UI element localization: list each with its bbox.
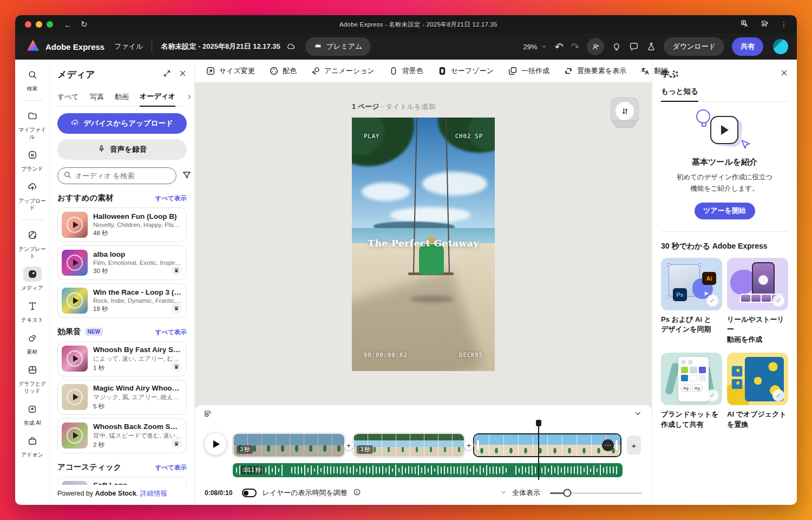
- tutorial-card-ps-ai-sync[interactable]: Ps Ai ➤ ✓ Ps および Ai とデザインを同期: [661, 258, 722, 346]
- comments-icon[interactable]: [629, 42, 639, 51]
- file-menu[interactable]: ファイル: [114, 42, 143, 51]
- trim-handle-right[interactable]: [615, 440, 618, 451]
- audio-item[interactable]: alba loop Film, Emotional, Exotic, Inspi…: [57, 245, 187, 280]
- bulk-create-tool[interactable]: 一括作成: [508, 66, 549, 76]
- tab-learn-more[interactable]: もっと知る: [661, 87, 698, 102]
- close-window-button[interactable]: [25, 21, 31, 28]
- replace-icon: [564, 66, 573, 76]
- timeline-zoom-slider[interactable]: [550, 492, 642, 494]
- background-icon: [389, 66, 398, 76]
- tutorial-card-brand-kit[interactable]: AgAg ✓ ブランドキットを作成して共有: [661, 353, 722, 430]
- sidebar-item-grids[interactable]: グラフとグリッド: [16, 362, 49, 394]
- tutorial-card-ai-replace[interactable]: ✓ AI でオブジェクトを置換: [727, 353, 788, 430]
- sidebar-item-generative-ai[interactable]: 生成 AI: [16, 401, 49, 426]
- audio-item[interactable]: Whoosh Back Zoom Sw… 背中, 猛スピードで進む, 速い, ……: [57, 418, 187, 453]
- trim-handle-left[interactable]: [477, 440, 479, 451]
- document-title[interactable]: 名称未設定 - 2025年8月21日 12.17.35: [161, 42, 280, 51]
- safe-zone-tool[interactable]: セーフゾーン: [437, 66, 494, 76]
- app-brand: Adobe Express: [45, 42, 104, 51]
- minimize-window-button[interactable]: [36, 21, 42, 28]
- audio-item[interactable]: Whoosh By Fast Airy S… によって, 速い, エアリー, む…: [57, 341, 187, 376]
- see-all-link[interactable]: すべて表示: [155, 194, 187, 203]
- video-clip-1[interactable]: 3 秒: [233, 433, 345, 457]
- audio-item[interactable]: Win the Race - Loop 3 (… Rock, Indie, Dy…: [57, 283, 187, 318]
- sidebar-item-text[interactable]: テキスト: [16, 298, 49, 323]
- fit-chevron-icon[interactable]: [500, 488, 507, 498]
- collapse-timeline-icon[interactable]: [634, 410, 642, 420]
- zoom-control[interactable]: 29%: [523, 43, 547, 51]
- timeline-play-button[interactable]: [205, 433, 226, 455]
- translate-page-icon[interactable]: [741, 20, 749, 29]
- invite-people-button[interactable]: [587, 38, 604, 55]
- add-clip-between-button[interactable]: +: [464, 440, 474, 450]
- play-icon: [62, 212, 88, 238]
- audio-waveform[interactable]: 10.1 秒: [233, 463, 623, 477]
- audio-item[interactable]: Halloween Fun (Loop B) Novelty, Children…: [57, 207, 187, 242]
- resize-tool[interactable]: サイズ変更: [206, 66, 255, 76]
- browser-back-icon[interactable]: ←: [64, 20, 72, 29]
- upload-from-device-button[interactable]: デバイスからアップロード: [57, 113, 187, 134]
- record-audio-button[interactable]: 音声を録音: [57, 139, 187, 160]
- clip-more-options-icon[interactable]: ⋯: [602, 439, 614, 451]
- account-avatar[interactable]: [773, 39, 788, 54]
- bulk-create-icon: [508, 66, 518, 76]
- close-learn-panel-icon[interactable]: [780, 69, 788, 79]
- sidebar-item-myfiles[interactable]: マイファイル: [16, 108, 49, 140]
- see-all-link[interactable]: すべて表示: [155, 464, 187, 472]
- tab-audio[interactable]: オーディオ: [140, 88, 175, 107]
- share-button[interactable]: 共有: [732, 37, 763, 56]
- tab-all[interactable]: すべて: [57, 89, 79, 106]
- add-clip-button[interactable]: +: [627, 435, 641, 455]
- tab-videos[interactable]: 動画: [115, 89, 129, 106]
- palette-icon: [269, 66, 279, 76]
- see-all-link[interactable]: すべて表示: [155, 328, 187, 336]
- audio-item[interactable]: Magic Wind Airy Whoosh… マジック, 風, エアリー, 絶…: [57, 380, 187, 415]
- sidebar-item-media[interactable]: メディア: [16, 266, 49, 291]
- video-title-text[interactable]: The Perfect Getaway: [352, 238, 495, 249]
- tabs-scroll-right-icon[interactable]: [186, 93, 193, 102]
- color-scheme-tool[interactable]: 配色: [269, 66, 297, 76]
- section-title-acoustic: アコースティック: [57, 462, 121, 472]
- info-icon[interactable]: [353, 488, 361, 498]
- stock-info-link[interactable]: 詳細情報: [140, 490, 167, 497]
- maximize-window-button[interactable]: [47, 21, 53, 28]
- sidebar-item-elements[interactable]: 素材: [16, 330, 49, 355]
- browser-reload-icon[interactable]: ↻: [81, 20, 88, 29]
- audio-search-input[interactable]: [57, 167, 176, 184]
- undo-button[interactable]: ↶: [555, 41, 564, 53]
- layer-duration-toggle[interactable]: [242, 489, 257, 497]
- close-panel-icon[interactable]: [179, 69, 187, 80]
- sidebar-item-templates[interactable]: テンプレート: [16, 227, 49, 259]
- fit-view-label[interactable]: 全体表示: [512, 488, 540, 498]
- video-preview[interactable]: PLAY CH02 SP 00:00:08:02 DECK05 The Perf…: [352, 118, 495, 371]
- browser-menu-icon[interactable]: ⋮: [781, 21, 787, 28]
- background-color-tool[interactable]: 背景色: [389, 66, 423, 76]
- video-clip-3-selected[interactable]: ⋯: [473, 433, 621, 457]
- video-clip-2[interactable]: 3 秒: [353, 433, 464, 457]
- layers-icon[interactable]: [204, 410, 212, 420]
- sidebar-item-search[interactable]: 検索: [16, 67, 49, 92]
- resize-icon: [206, 66, 215, 76]
- add-clip-between-button[interactable]: +: [344, 440, 353, 450]
- ideas-lightbulb-icon[interactable]: [612, 42, 621, 51]
- premium-crown-icon: [314, 42, 322, 51]
- download-button[interactable]: ダウンロード: [664, 37, 724, 56]
- design-canvas[interactable]: 1 ページ - タイトルを追加: [195, 82, 652, 405]
- animation-tool[interactable]: アニメーション: [311, 66, 375, 76]
- expand-panel-icon[interactable]: [163, 69, 171, 80]
- sidebar-item-addons[interactable]: アドオン: [16, 433, 49, 458]
- tutorial-card-reels-stories[interactable]: ✓ リールやストーリー動画を作成: [727, 258, 788, 346]
- premium-button[interactable]: プレミアム: [305, 37, 371, 56]
- playhead[interactable]: [538, 426, 539, 480]
- sidebar-item-upload[interactable]: アップロード: [16, 179, 49, 211]
- start-tour-button[interactable]: ツアーを開始: [695, 203, 755, 219]
- beta-flask-icon[interactable]: [646, 42, 656, 51]
- page-reorder-button[interactable]: [611, 98, 639, 125]
- show-replace-elements-tool[interactable]: 置換要素を表示: [564, 66, 626, 76]
- redo-button[interactable]: ↷: [571, 41, 580, 53]
- filter-icon[interactable]: [182, 170, 192, 182]
- page-title-hint[interactable]: - タイトルを追加: [381, 102, 435, 110]
- tab-photos[interactable]: 写真: [90, 89, 104, 106]
- extensions-icon[interactable]: [761, 20, 769, 29]
- sidebar-item-brand[interactable]: B ブランド: [16, 147, 49, 172]
